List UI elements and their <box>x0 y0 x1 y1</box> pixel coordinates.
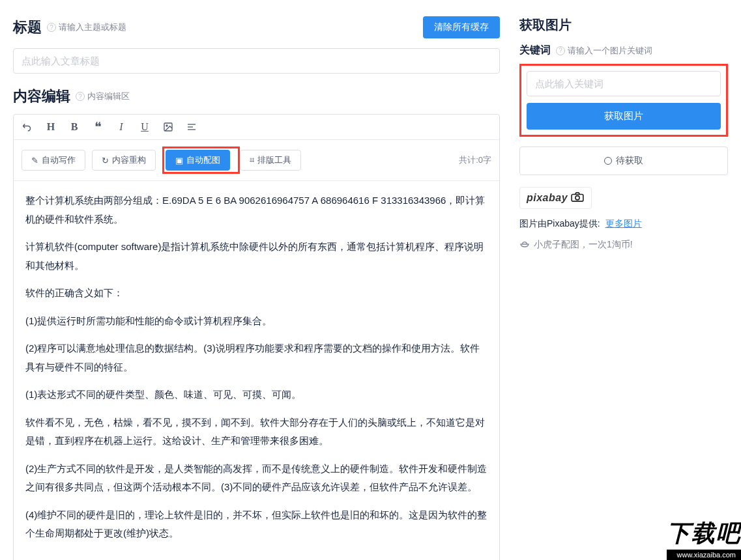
editor-section-text: 内容编辑 <box>13 87 70 106</box>
paragraph: (2)生产方式不同的软件是开发，是人类智能的高发挥，而不是传统意义上的硬件制造。… <box>25 460 487 497</box>
info-icon: ? <box>47 23 56 32</box>
fetch-image-button[interactable]: 获取图片 <box>527 103 721 130</box>
title-hint: ? 请输入主题或标题 <box>47 21 126 33</box>
article-title-input[interactable] <box>13 48 500 74</box>
auto-image-button[interactable]: ▣ 自动配图 <box>166 150 230 171</box>
rebuild-button[interactable]: ↻ 内容重构 <box>92 150 156 171</box>
credit-prefix: 图片由Pixabay提供: <box>519 218 600 229</box>
rebuild-label: 内容重构 <box>112 154 146 166</box>
paragraph: 软件的正确含义如下： <box>25 284 487 303</box>
paragraph: (4)维护不同的硬件是旧的，理论上软件是旧的，并不坏，但实际上软件也是旧的和坏的… <box>25 506 487 543</box>
svg-point-1 <box>166 125 167 126</box>
keyword-text: 关键词 <box>519 44 551 57</box>
word-count: 共计:0字 <box>459 154 491 166</box>
paragraph: 软件看不见，无色，枯燥，看不见，摸不到，闻不到。软件大部分存在于人们的头脑或纸上… <box>25 413 487 451</box>
title-header: 标题 ? 请输入主题或标题 清除所有缓存 <box>13 16 500 38</box>
editor-container: H B ❝ I U ✎ 自动写作 ↻ 内容重构 <box>13 114 500 560</box>
layout-tool-label: 排版工具 <box>257 154 291 166</box>
paragraph: (1)表达形式不同的硬件类型、颜色、味道、可见、可摸、可闻。 <box>25 385 487 404</box>
bold-icon[interactable]: B <box>68 121 80 133</box>
info-icon: ? <box>556 46 565 55</box>
layout-tool-button[interactable]: ⌗ 排版工具 <box>240 150 301 171</box>
watermark-url: www.xiazaiba.com <box>667 550 741 560</box>
pending-text: 待获取 <box>616 155 643 167</box>
circle-icon <box>604 157 612 165</box>
main-panel: 标题 ? 请输入主题或标题 清除所有缓存 内容编辑 ? 内容编辑区 <box>0 0 513 560</box>
paragraph: 整个计算机系统由两部分组成：E.69DA 5 E 6 BA 9062616964… <box>25 191 487 229</box>
highlight-keyword-box: 获取图片 <box>519 64 728 137</box>
layout-icon: ⌗ <box>250 155 254 165</box>
svg-point-6 <box>575 196 579 200</box>
refresh-icon: ↻ <box>102 156 109 165</box>
action-toolbar: ✎ 自动写作 ↻ 内容重构 ▣ 自动配图 ⌗ 排版工具 共计:0字 <box>14 140 499 181</box>
watermark-logo: 下载吧 <box>667 518 741 550</box>
note-line: 小虎子配图，一次1淘币! <box>519 239 728 251</box>
editor-section-hint: ? 内容编辑区 <box>76 91 130 102</box>
keyword-input[interactable] <box>527 71 721 96</box>
heading-icon[interactable]: H <box>45 121 57 133</box>
quote-icon[interactable]: ❝ <box>92 121 104 133</box>
title-hint-text: 请输入主题或标题 <box>59 21 126 33</box>
paragraph: (2)程序可以满意地处理信息的数据结构。(3)说明程序功能要求和程序需要的文档的… <box>25 339 487 376</box>
clear-cache-button[interactable]: 清除所有缓存 <box>423 16 500 38</box>
pending-status: 待获取 <box>519 147 728 175</box>
auto-write-button[interactable]: ✎ 自动写作 <box>22 150 85 171</box>
pencil-icon: ✎ <box>31 156 38 165</box>
align-left-icon[interactable] <box>186 121 197 133</box>
editor-section-label: 内容编辑 ? 内容编辑区 <box>13 87 500 106</box>
pixabay-text: pixabay <box>527 192 568 204</box>
sidebar-title: 获取图片 <box>519 16 728 34</box>
title-text: 标题 <box>13 18 42 37</box>
underline-icon[interactable]: U <box>139 121 151 133</box>
picture-icon: ▣ <box>175 156 183 165</box>
keyword-hint: ? 请输入一个图片关键词 <box>556 45 652 57</box>
editor-hint-text: 内容编辑区 <box>87 91 130 102</box>
paragraph: (1)提供运行时所需功能和性能的命令或计算机程序集合。 <box>25 312 487 331</box>
paragraph: 计算机软件(computer software)是指计算机系统中除硬件以外的所有… <box>25 238 487 275</box>
bowl-icon <box>519 240 530 251</box>
keyword-label: 关键词 ? 请输入一个图片关键词 <box>519 44 728 57</box>
auto-image-label: 自动配图 <box>186 154 220 166</box>
sidebar-panel: 获取图片 关键词 ? 请输入一个图片关键词 获取图片 待获取 pixabay 图… <box>513 0 741 560</box>
italic-icon[interactable]: I <box>115 121 127 133</box>
camera-icon <box>570 191 585 204</box>
image-credit: 图片由Pixabay提供: 更多图片 <box>519 218 728 230</box>
highlight-auto-image: ▣ 自动配图 <box>162 147 240 174</box>
editor-content[interactable]: 整个计算机系统由两部分组成：E.69DA 5 E 6 BA 9062616964… <box>14 181 499 560</box>
info-icon: ? <box>76 92 85 101</box>
more-images-link[interactable]: 更多图片 <box>605 218 642 229</box>
pixabay-logo: pixabay <box>519 187 592 209</box>
format-toolbar: H B ❝ I U <box>14 115 499 140</box>
watermark: 下载吧 www.xiazaiba.com <box>667 518 741 560</box>
keyword-hint-text: 请输入一个图片关键词 <box>568 45 652 57</box>
note-text: 小虎子配图，一次1淘币! <box>534 239 633 251</box>
undo-icon[interactable] <box>22 121 33 133</box>
image-icon[interactable] <box>162 121 174 133</box>
title-label: 标题 ? 请输入主题或标题 <box>13 18 126 37</box>
auto-write-label: 自动写作 <box>42 154 76 166</box>
